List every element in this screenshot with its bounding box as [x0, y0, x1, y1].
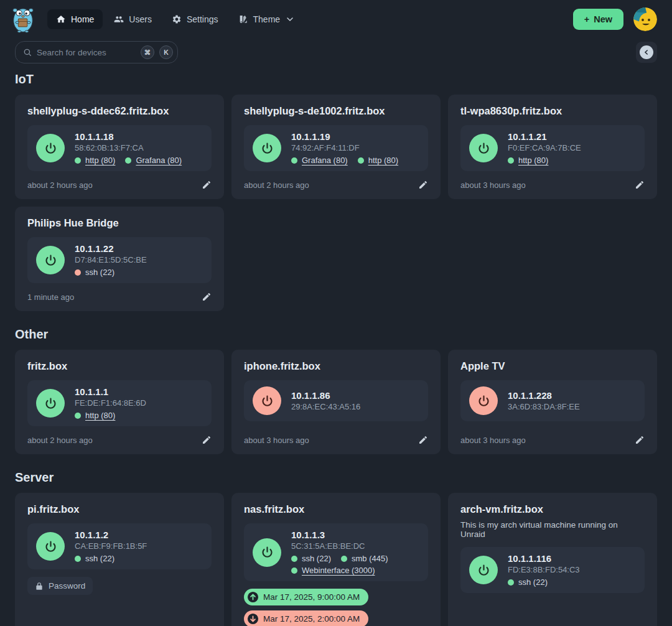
port-status[interactable]: Webinterface (3000): [291, 566, 375, 575]
device-sections: IoT shellyplug-s-ddec62.fritz.box 10.1.1…: [15, 72, 657, 626]
power-button[interactable]: [36, 532, 65, 561]
device-box: 10.1.1.86 29:8A:EC:43:A5:16: [244, 380, 428, 421]
power-button[interactable]: [469, 134, 498, 162]
device-info: 10.1.1.3 5C:31:5A:EB:BE:DC ssh (22) smb …: [291, 530, 419, 575]
card-footer: about 3 hours ago: [460, 171, 645, 190]
search-box[interactable]: ⌘ K: [15, 41, 178, 63]
new-device-button[interactable]: + New: [573, 9, 623, 30]
port-label: Grafana (80): [302, 156, 348, 165]
edit-pencil-icon[interactable]: [418, 435, 428, 445]
port-status[interactable]: http (80): [75, 411, 115, 420]
nav-item-users[interactable]: Users: [105, 9, 161, 29]
device-name: Apple TV: [460, 360, 645, 372]
power-button[interactable]: [253, 134, 281, 162]
power-button[interactable]: [469, 386, 498, 415]
power-button[interactable]: [36, 246, 65, 274]
device-mac: 5C:31:5A:EB:BE:DC: [291, 541, 419, 551]
port-status[interactable]: http (80): [508, 156, 548, 165]
device-box: 10.1.1.22 D7:84:E1:5D:5C:BE ssh (22): [27, 237, 212, 283]
footer-actions: [635, 180, 645, 190]
power-button[interactable]: [36, 134, 65, 162]
card-footer: about 3 hours ago: [460, 426, 645, 445]
port-label: ssh (22): [302, 554, 331, 563]
device-mac: FD:E3:8B:FD:54:C3: [508, 565, 580, 574]
device-box: 10.1.1.228 3A:6D:83:DA:8F:EE: [460, 380, 645, 421]
schedule-time: Mar 17, 2025, 9:00:00 AM: [263, 592, 360, 602]
edit-pencil-icon[interactable]: [418, 180, 428, 190]
card-footer: about 2 hours ago: [27, 426, 212, 445]
nav-item-theme[interactable]: Theme: [230, 9, 304, 29]
device-ip: 10.1.1.21: [508, 131, 581, 142]
port-status-dot: [291, 157, 297, 164]
card-footer: 1 minute ago: [27, 283, 212, 302]
edit-pencil-icon[interactable]: [202, 292, 212, 302]
nav-menu: Home Users Settings Theme: [47, 9, 304, 29]
footer-actions: [418, 180, 428, 190]
device-name: shellyplug-s-de1002.fritz.box: [244, 105, 428, 117]
section-title: Other: [15, 327, 657, 342]
device-ip: 10.1.1.18: [75, 131, 182, 142]
port-status: ssh (22): [75, 554, 114, 563]
port-status: ssh (22): [75, 268, 114, 277]
device-ports: ssh (22): [75, 554, 147, 563]
arrow-down-circle-icon: [247, 613, 259, 625]
device-info: 10.1.1.21 F0:EF:CA:9A:7B:CE http (80): [508, 131, 581, 165]
user-avatar[interactable]: [633, 7, 657, 31]
users-icon: [114, 14, 124, 24]
card-footer: about 2 hours ago: [27, 171, 212, 190]
schedule-badges: Mar 17, 2025, 9:00:00 AM Mar 17, 2025, 2…: [244, 589, 428, 626]
cmd-key-badge: ⌘: [141, 45, 154, 59]
port-label: http (80): [85, 156, 115, 165]
device-mac: CA:EB:F9:FB:1B:5F: [75, 541, 147, 551]
device-box: 10.1.1.2 CA:EB:F9:FB:1B:5F ssh (22): [27, 523, 212, 569]
port-status-dot: [75, 157, 81, 164]
navbar: Home Users Settings Theme + New: [0, 0, 672, 36]
device-box: 10.1.1.18 58:62:0B:13:F7:CA http (80) Gr…: [27, 125, 212, 171]
edit-pencil-icon[interactable]: [202, 180, 212, 190]
edit-pencil-icon[interactable]: [202, 435, 212, 445]
device-card: pi.fritz.box 10.1.1.2 CA:EB:F9:FB:1B:5F …: [15, 493, 224, 626]
device-ports: ssh (22) smb (445) Webinterface (3000): [291, 554, 419, 575]
power-button[interactable]: [469, 556, 498, 584]
device-mac: 3A:6D:83:DA:8F:EE: [508, 402, 580, 411]
port-label: Webinterface (3000): [302, 566, 375, 575]
device-ports: Grafana (80) http (80): [291, 156, 398, 165]
device-ip: 10.1.1.3: [291, 530, 419, 540]
device-mac: F0:EF:CA:9A:7B:CE: [508, 143, 581, 152]
device-mac: 29:8A:EC:43:A5:16: [291, 402, 360, 411]
footer-actions: [635, 435, 645, 445]
device-box: 10.1.1.3 5C:31:5A:EB:BE:DC ssh (22) smb …: [244, 523, 428, 581]
edit-pencil-icon[interactable]: [635, 435, 645, 445]
device-section: IoT shellyplug-s-ddec62.fritz.box 10.1.1…: [15, 72, 657, 311]
theme-swatch-icon: [238, 14, 248, 24]
navbar-right: + New: [573, 7, 657, 31]
home-icon: [56, 14, 66, 24]
power-button[interactable]: [36, 389, 65, 418]
arrow-up-circle-icon: [247, 591, 259, 603]
device-card: Philips Hue Bridge 10.1.1.22 D7:84:E1:5D…: [15, 207, 224, 311]
footer-actions: [202, 292, 212, 302]
last-updated: about 3 hours ago: [460, 180, 526, 190]
collapse-panel-button[interactable]: [636, 42, 657, 63]
port-status[interactable]: http (80): [75, 156, 115, 165]
nav-item-settings[interactable]: Settings: [163, 9, 227, 29]
lock-icon: [35, 582, 44, 591]
search-input[interactable]: [37, 48, 136, 57]
edit-pencil-icon[interactable]: [635, 180, 645, 190]
device-section: Other fritz.box 10.1.1.1 FE:DE:F1:64:8E:…: [15, 327, 657, 454]
power-icon: [477, 142, 490, 155]
power-button[interactable]: [253, 386, 281, 415]
search-row: ⌘ K: [15, 41, 657, 63]
device-card: shellyplug-s-ddec62.fritz.box 10.1.1.18 …: [15, 95, 224, 199]
device-name: iphone.fritz.box: [244, 360, 428, 372]
device-grid: pi.fritz.box 10.1.1.2 CA:EB:F9:FB:1B:5F …: [15, 493, 657, 626]
device-description: This is my arch virtual machine running …: [460, 520, 645, 539]
port-status[interactable]: Grafana (80): [291, 156, 348, 165]
power-button[interactable]: [253, 538, 281, 567]
plus-icon: +: [584, 14, 589, 24]
power-icon: [44, 540, 57, 553]
port-status[interactable]: http (80): [358, 156, 398, 165]
port-status[interactable]: Grafana (80): [125, 156, 182, 165]
nav-item-home[interactable]: Home: [47, 9, 103, 29]
upsnap-gopher-logo[interactable]: [10, 5, 36, 34]
